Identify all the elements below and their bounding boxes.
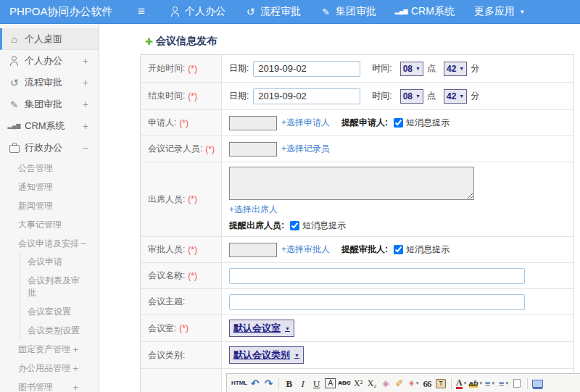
sidebar-item-memorabilia-management[interactable]: 大事记管理: [0, 215, 99, 234]
sidebar-item-news-management[interactable]: 新闻管理: [0, 196, 99, 215]
meeting-category-select[interactable]: 默认会议类别 ▼: [229, 346, 304, 364]
sidebar-item-fixed-assets-management[interactable]: 固定资产管理+: [0, 341, 99, 359]
sms-checkbox[interactable]: [394, 245, 403, 254]
sidebar-item-library-management[interactable]: 图书管理+: [0, 378, 99, 392]
sidebar-item-meeting-room-settings[interactable]: 会议室设置: [20, 303, 99, 322]
unordered-list-button[interactable]: ≡▾: [497, 377, 510, 390]
label-text: 结束时间:: [148, 90, 185, 102]
sms-label: 短消息提示: [406, 243, 450, 256]
meeting-topic-input[interactable]: [229, 294, 525, 310]
format-brush-icon[interactable]: ✐: [394, 377, 406, 390]
expand-toggle-icon[interactable]: +: [83, 120, 88, 132]
color-palette-icon[interactable]: ✳▾: [407, 377, 420, 390]
approver-input[interactable]: [229, 243, 277, 257]
new-page-icon-glyph: [513, 379, 521, 388]
sidebar-item-label: 通知管理: [18, 181, 53, 193]
nav-item-group-approval[interactable]: ✎集团审批: [320, 5, 376, 18]
meeting-room-label: 会议室: (*): [141, 315, 222, 341]
sidebar-item-office-supplies-management[interactable]: 办公用品管理+: [0, 359, 99, 378]
meeting-form: 开始时间: (*) 日期: 时间: 08 ▼ 点 42 ▼: [140, 54, 574, 392]
highlight-button[interactable]: ab▾: [469, 377, 482, 390]
sidebar-item-meeting-category-settings[interactable]: 会议类别设置: [20, 322, 99, 341]
sidebar-item-meeting-list-approval[interactable]: 会议列表及审批: [20, 272, 99, 303]
new-page-icon[interactable]: [511, 377, 523, 390]
select-applicant-link[interactable]: +选择申请人: [281, 117, 330, 129]
form-row-approver: 审批人员: (*) +选择审批人 提醒审批人: 短消息提示: [141, 237, 573, 263]
required-mark: (*): [179, 118, 188, 128]
expand-toggle-icon[interactable]: +: [72, 363, 78, 374]
nav-item-more-apps[interactable]: 更多应用▾: [474, 5, 524, 18]
sidebar-item-notice-management[interactable]: 公告管理: [0, 159, 99, 178]
subscript-button[interactable]: X₂: [366, 377, 378, 390]
select-recorder-link[interactable]: +选择记录员: [281, 143, 330, 155]
end-hour-select[interactable]: 08 ▼: [400, 89, 423, 104]
sidebar-item-personal-desktop[interactable]: ⌂个人桌面: [0, 28, 99, 50]
time-label: 时间:: [372, 90, 392, 102]
sidebar-item-meeting-request-arrange[interactable]: 会议申请及安排−: [0, 234, 99, 253]
paste-icon[interactable]: T: [435, 377, 447, 390]
recorder-input[interactable]: [229, 142, 277, 157]
nav-item-label: 集团审批: [336, 5, 376, 18]
sidebar-item-crm-system[interactable]: ▂▄▆CRM系统+: [0, 115, 99, 137]
end-date-input[interactable]: [253, 88, 360, 104]
expand-toggle-icon[interactable]: +: [83, 55, 88, 67]
rich-text-editor: HTML↶↷BIUAABCX²X₂◈✐✳▾66TA▾ab▾≡▾≡▾ 自定义标题▾…: [226, 373, 580, 392]
sidebar-item-group-approval[interactable]: ✎集团审批+: [0, 93, 99, 115]
form-row-meeting-name: 会议名称: (*): [141, 263, 573, 289]
remind-approver-label: 提醒审批人:: [341, 243, 388, 256]
undo-icon[interactable]: ↶: [249, 377, 261, 390]
nav-item-process-approval[interactable]: ↺流程审批: [245, 5, 301, 18]
meeting-room-select[interactable]: 默认会议室 ▼: [229, 320, 294, 337]
sidebar-item-personal-office[interactable]: 个人办公+: [0, 50, 99, 72]
html-source-button[interactable]: HTML: [231, 377, 247, 390]
select-approver-link[interactable]: +选择审批人: [281, 243, 330, 256]
start-time-label: 开始时间: (*): [141, 55, 222, 82]
attendees-remind-line: 提醒出席人员: 短消息提示: [229, 220, 566, 232]
font-color-button[interactable]: A▾: [455, 377, 468, 390]
superscript-button[interactable]: X²: [352, 377, 365, 390]
applicant-input[interactable]: [229, 116, 277, 130]
sidebar-item-admin-office[interactable]: 行政办公−: [0, 137, 99, 159]
sidebar-item-notification-management[interactable]: 通知管理: [0, 178, 99, 196]
bold-button[interactable]: B: [283, 377, 295, 390]
hour-unit: 点: [427, 90, 436, 102]
italic-button[interactable]: I: [297, 377, 309, 390]
subscript-button-glyph: X₂: [368, 379, 377, 388]
expand-toggle-icon[interactable]: +: [83, 99, 88, 110]
end-minute-select[interactable]: 42 ▼: [444, 89, 467, 104]
form-row-meeting-room: 会议室: (*) 默认会议室 ▼: [141, 315, 573, 342]
sms-checkbox[interactable]: [394, 118, 403, 128]
select-attendees-link[interactable]: +选择出席人: [229, 204, 278, 216]
start-date-input[interactable]: [253, 61, 360, 77]
blockquote-button[interactable]: 66: [421, 377, 434, 390]
expand-toggle-icon[interactable]: +: [72, 382, 78, 392]
sms-checkbox[interactable]: [290, 221, 299, 230]
attendees-textarea[interactable]: [229, 167, 474, 200]
hour-value: 08: [403, 64, 413, 74]
expand-toggle-icon[interactable]: −: [80, 238, 86, 249]
meeting-room-field: 默认会议室 ▼: [222, 315, 573, 341]
eraser-icon[interactable]: ◈: [380, 377, 392, 390]
nav-item-crm-system[interactable]: ▂▄▆CRM系统: [396, 5, 455, 18]
user-icon: [170, 7, 181, 17]
font-box-button[interactable]: A: [324, 377, 336, 390]
expand-toggle-icon[interactable]: +: [83, 77, 88, 88]
recorder-field: +选择记录员: [222, 136, 573, 162]
required-mark: (*): [205, 144, 215, 154]
underline-button[interactable]: U: [310, 377, 323, 390]
meeting-name-input[interactable]: [229, 268, 525, 284]
sidebar-item-meeting-request[interactable]: 会议申请: [20, 253, 99, 272]
start-hour-select[interactable]: 08 ▼: [400, 62, 423, 76]
expand-toggle-icon[interactable]: −: [83, 142, 88, 154]
redo-icon[interactable]: ↷: [262, 377, 275, 390]
ordered-list-button[interactable]: ≡▾: [484, 377, 496, 390]
strikethrough-button[interactable]: ABC: [338, 377, 350, 390]
expand-toggle-icon[interactable]: +: [72, 344, 78, 355]
fullscreen-icon[interactable]: [531, 377, 544, 390]
menu-toggle-icon[interactable]: ≡: [129, 4, 154, 19]
sidebar-item-process-approval[interactable]: ↺流程审批+: [0, 72, 99, 93]
nav-item-personal-office[interactable]: 个人办公: [170, 5, 225, 18]
sidebar-item-label: 会议列表及审批: [28, 275, 83, 300]
label-text: 会议名称:: [148, 270, 185, 282]
start-minute-select[interactable]: 42 ▼: [444, 62, 467, 76]
